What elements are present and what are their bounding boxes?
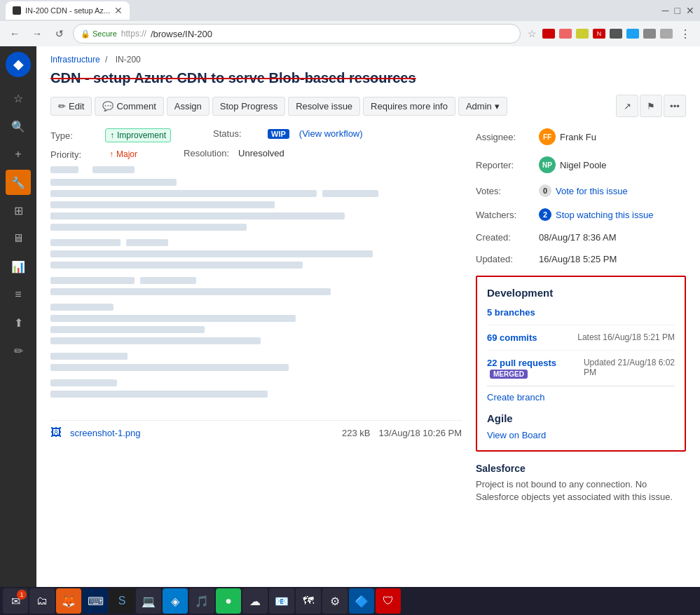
- priority-label: Priority:: [50, 149, 99, 160]
- flag-button[interactable]: ⚑: [640, 95, 662, 117]
- resolution-label: Resolution:: [184, 148, 233, 158]
- bookmark-star-icon[interactable]: ☆: [525, 28, 539, 39]
- priority-field: Priority: Major: [50, 148, 142, 161]
- label-blur-2: [92, 166, 135, 173]
- vote-link[interactable]: Vote for this issue: [556, 186, 628, 196]
- sidebar-item-edit2[interactable]: ✏: [6, 338, 31, 363]
- maximize-button[interactable]: □: [675, 5, 680, 16]
- more-button[interactable]: •••: [664, 95, 686, 117]
- admin-button[interactable]: Admin ▾: [458, 97, 507, 116]
- taskbar-map[interactable]: 🗺: [296, 588, 321, 614]
- label-row: [50, 166, 462, 173]
- issue-main-panel: Type: Improvement Status: WIP (View work…: [50, 128, 462, 504]
- app-wrapper: ◆ ☆ 🔍 + 🔧 ⊞ 🖥 📊 ≡ ⬆ ✏ ⚙ Infrastructure /…: [0, 46, 700, 615]
- forward-button[interactable]: →: [28, 25, 46, 43]
- reload-button[interactable]: ↺: [50, 25, 69, 43]
- create-branch-link[interactable]: Create branch: [487, 392, 675, 403]
- taskbar-firefox[interactable]: 🦊: [56, 588, 81, 614]
- assignee-avatar: FF: [539, 128, 556, 145]
- salesforce-title: Salesforce: [476, 463, 686, 474]
- sidebar-item-upload[interactable]: ⬆: [6, 310, 31, 335]
- commits-link[interactable]: 69 commits: [487, 332, 537, 343]
- stop-progress-button[interactable]: Stop Progress: [212, 97, 285, 116]
- votes-value: 0 Vote for this issue: [539, 184, 628, 197]
- menu-button[interactable]: ⋮: [676, 25, 694, 43]
- branches-row: 5 branches: [487, 307, 675, 325]
- chevron-down-icon: ▾: [495, 101, 500, 111]
- browser-tab[interactable]: IN-200 CDN - setup Az... ✕: [6, 1, 130, 20]
- view-on-board-link[interactable]: View on Board: [487, 430, 546, 440]
- content-block-4: [50, 304, 462, 344]
- sidebar-item-star[interactable]: ☆: [6, 86, 31, 111]
- reporter-label: Reporter:: [476, 160, 539, 170]
- taskbar-settings[interactable]: ⚙: [322, 588, 348, 614]
- view-workflow-link[interactable]: (View workflow): [299, 128, 363, 139]
- minimize-button[interactable]: ─: [662, 5, 669, 16]
- created-label: Created:: [476, 232, 539, 243]
- status-wip-badge: WIP: [268, 129, 289, 139]
- reporter-avatar: NP: [539, 156, 556, 173]
- requires-more-info-button[interactable]: Requires more info: [363, 97, 455, 116]
- scroll-spacer: [50, 406, 462, 420]
- taskbar-network[interactable]: ☁: [242, 588, 268, 614]
- content-block-6: [50, 379, 462, 398]
- taskbar-dev[interactable]: 💻: [136, 588, 161, 614]
- issue-title: CDN - setup Azure CDN to serve Blob-base…: [50, 70, 686, 86]
- created-value: 08/Aug/17 8:36 AM: [539, 232, 617, 243]
- status-label: Status:: [213, 128, 262, 139]
- sidebar-item-tool[interactable]: 🔧: [6, 170, 31, 195]
- pull-requests-row: 22 pull requests MERGED Updated 21/Aug/1…: [487, 358, 675, 379]
- merged-badge: MERGED: [490, 370, 528, 379]
- assign-button[interactable]: Assign: [167, 97, 210, 116]
- taskbar-editor[interactable]: S: [109, 588, 135, 614]
- ext-icon-6: [626, 29, 639, 39]
- label-blur-1: [50, 166, 78, 173]
- tab-title: IN-200 CDN - setup Az...: [25, 6, 110, 15]
- taskbar-spotify[interactable]: ●: [216, 588, 241, 614]
- sidebar-item-plus[interactable]: +: [6, 142, 31, 167]
- type-label: Type:: [50, 130, 99, 141]
- sidebar-item-screen[interactable]: 🖥: [6, 226, 31, 251]
- votes-field: Votes: 0 Vote for this issue: [476, 184, 686, 200]
- sidebar-item-search[interactable]: 🔍: [6, 114, 31, 139]
- pr-left: 22 pull requests MERGED: [487, 358, 584, 379]
- taskbar-mail[interactable]: ✉: [3, 588, 28, 614]
- watch-link[interactable]: Stop watching this issue: [556, 210, 653, 220]
- app-sidebar: ◆ ☆ 🔍 + 🔧 ⊞ 🖥 📊 ≡ ⬆ ✏ ⚙: [0, 46, 36, 615]
- branches-link[interactable]: 5 branches: [487, 307, 535, 318]
- attachment-date: 13/Aug/18 10:26 PM: [378, 428, 462, 438]
- edit-button[interactable]: ✏ Edit: [50, 97, 92, 116]
- taskbar-terminal[interactable]: ⌨: [83, 588, 108, 614]
- sidebar-item-chart[interactable]: 📊: [6, 254, 31, 279]
- tab-close-button[interactable]: ✕: [114, 5, 123, 16]
- watchers-label: Watchers:: [476, 210, 539, 220]
- back-button[interactable]: ←: [6, 25, 24, 43]
- sidebar-item-layers[interactable]: ≡: [6, 282, 31, 307]
- sidebar-item-grid[interactable]: ⊞: [6, 198, 31, 223]
- taskbar-security[interactable]: 🔷: [349, 588, 374, 614]
- taskbar-shield[interactable]: 🛡: [376, 588, 401, 614]
- taskbar-files[interactable]: 🗂: [29, 588, 55, 614]
- tab-favicon: [13, 6, 21, 15]
- address-bar[interactable]: 🔒 Secure https:// /browse/IN-200: [73, 24, 521, 43]
- priority-value: Major: [105, 148, 142, 161]
- taskbar-music[interactable]: 🎵: [189, 588, 214, 614]
- taskbar-vscode[interactable]: ◈: [163, 588, 188, 614]
- action-toolbar: ✏ Edit 💬 Comment Assign Stop Progress Re…: [50, 95, 686, 117]
- url-base: https://: [121, 29, 146, 39]
- browser-toolbar-icons: ☆ N ⋮: [525, 25, 694, 43]
- pull-requests-link[interactable]: 22 pull requests: [487, 358, 556, 368]
- ext-icon-5: [610, 29, 622, 39]
- attachment-name[interactable]: screenshot-1.png: [70, 428, 140, 438]
- resolve-button[interactable]: Resolve issue: [288, 97, 360, 116]
- comment-button[interactable]: 💬 Comment: [95, 97, 163, 116]
- share-button[interactable]: ↗: [616, 95, 638, 117]
- url-path: /browse/IN-200: [151, 29, 513, 39]
- reporter-value: NP Nigel Poole: [539, 156, 607, 173]
- browser-toolbar: ← → ↺ 🔒 Secure https:// /browse/IN-200 ☆…: [0, 21, 700, 46]
- taskbar-email[interactable]: 📧: [269, 588, 294, 614]
- attachment-row[interactable]: 🖼 screenshot-1.png 223 kB 13/Aug/18 10:2…: [50, 420, 462, 445]
- app-logo[interactable]: ◆: [6, 52, 31, 77]
- breadcrumb-parent-link[interactable]: Infrastructure: [50, 55, 100, 65]
- close-button[interactable]: ✕: [686, 5, 694, 16]
